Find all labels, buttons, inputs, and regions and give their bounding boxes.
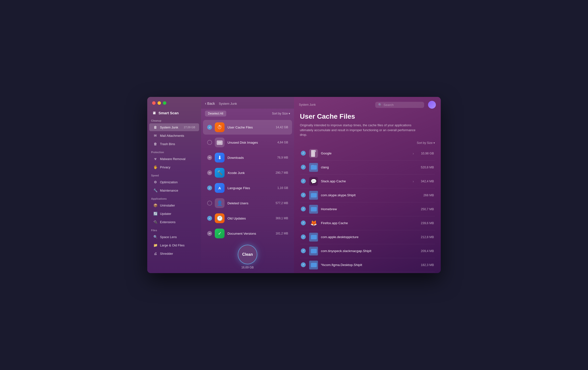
large-files-icon: 📁 [153,243,158,247]
cache-checkbox-homebrew[interactable]: ✓ [301,207,306,212]
xcode-icon: 🔨 [215,168,225,178]
sidebar-item-shredder[interactable]: 🖨 Shredder [149,250,199,257]
cache-checkbox-figma[interactable]: ✓ [301,262,306,268]
checkbox-document-versions[interactable]: − [207,231,212,236]
sidebar-section-applications: Applications [147,195,201,201]
sidebar-item-extensions[interactable]: 🔌 Extensions [149,218,199,226]
slack-cache-icon: 💬 [309,177,318,186]
checkbox-user-cache[interactable]: ✓ [207,125,212,130]
checkbox-unused-disk[interactable] [207,140,212,145]
clean-button[interactable]: Clean [238,245,257,264]
sidebar-item-uninstaller[interactable]: 📦 Uninstaller [149,201,199,209]
cache-checkbox-skype[interactable]: ✓ [301,193,306,198]
checkbox-old-updates[interactable]: ✓ [207,216,212,221]
list-item[interactable]: 👤 Deleted Users 577,2 MB [203,196,292,210]
detail-description: Originally intended to improve startup t… [300,123,422,137]
sidebar-item-optimization[interactable]: ⚙ Optimization [149,178,199,186]
middle-list: ✓ ⏱ User Cache Files 14,42 GB [201,118,294,242]
search-input[interactable] [384,103,421,107]
cache-item[interactable]: ✓ com.apple.desktoppicture 212,8 MB [300,230,435,244]
apple-desktop-cache-icon [309,233,318,242]
deselect-all-button[interactable]: Deselect All [205,111,226,116]
cache-checkbox-slack-mac[interactable]: ✓ [301,248,306,254]
list-item-info: Unused Disk Images [227,141,277,144]
cache-item-size: 342,4 MB [417,180,434,183]
cache-checkbox-clang[interactable]: ✓ [301,165,306,170]
trash-icon: 🗑 [153,142,158,146]
cache-item[interactable]: ✓ clang 520,8 MB [300,161,435,174]
cache-item-name: com.skype.skype.ShipIt [321,193,417,197]
user-cache-icon: ⏱ [215,122,225,132]
cache-item[interactable]: ✓ Google › 10,98 GB [300,147,435,161]
sidebar-item-maintenance[interactable]: 🔧 Maintenance [149,186,199,194]
list-item[interactable]: − ⬇ Downloads 76,9 MB [203,150,292,165]
back-button[interactable]: ‹ Back [205,101,215,106]
checkbox-downloads[interactable]: − [207,155,212,160]
traffic-lights [152,101,166,105]
list-item-size: 14,42 GB [276,126,288,129]
cache-checkbox-slack[interactable]: ✓ [301,179,306,184]
cache-item[interactable]: ✓ '%com.figma.Desktop.ShipIt 182,3 MB [300,258,435,272]
sidebar-item-malware-removal[interactable]: ☣ Malware Removal [149,155,199,163]
clean-button-wrap: Clean 16,69 GB [238,245,257,269]
cache-item[interactable]: ✓ Homebrew 250,7 MB [300,202,435,216]
cache-item-size: 10,98 GB [417,152,434,155]
cache-item[interactable]: ✓ 💬 Slack.app Cache › 342,4 MB [300,174,435,188]
sidebar-item-mail-attachments[interactable]: ✉ Mail Attachments [149,132,199,139]
maximize-button[interactable] [163,101,166,105]
right-header-title: System Junk [299,103,316,106]
cache-list: ✓ Google › 10,98 GB [300,147,435,272]
mail-icon: ✉ [153,133,158,138]
right-header-actions: 🔍 [375,101,436,109]
list-item[interactable]: Unused Disk Images 4,84 GB [203,135,292,150]
space-lens-icon: 🔍 [153,235,158,239]
right-sort-label[interactable]: Sort by Size ▾ [300,141,435,145]
check-filled-icon: ✓ [301,262,306,267]
language-icon: A [215,183,225,193]
sidebar-item-updater[interactable]: 🔄 Updater [149,210,199,218]
list-item[interactable]: − 🔨 Xcode Junk 290,7 MB [203,165,292,180]
skype-cache-icon [309,191,318,200]
check-minus-icon: − [207,155,212,160]
sidebar-app-name[interactable]: 🖥 Smart Scan [147,109,201,116]
check-filled-icon: ✓ [301,220,306,225]
list-item[interactable]: ✓ 🕐 Old Updates 369,1 MB [203,211,292,226]
list-item-size: 1,16 GB [277,186,288,190]
middle-header: ‹ Back System Junk [201,97,294,109]
check-minus-icon: − [207,170,212,175]
close-button[interactable] [152,101,156,105]
checkbox-language[interactable]: ✓ [207,185,212,191]
checkbox-deleted-users[interactable] [207,200,212,206]
cache-item-name: '%com.figma.Desktop.ShipIt [321,263,417,267]
list-item-info: Language Files [227,186,277,190]
cache-checkbox-firefox[interactable]: ✓ [301,220,306,226]
sidebar-item-privacy[interactable]: 🖐 Privacy [149,163,199,171]
sidebar-item-system-junk[interactable]: 🗑 System Junk 27,09 GB [149,123,199,131]
back-arrow-icon: ‹ [205,101,206,106]
sidebar-item-trash-bins[interactable]: 🗑 Trash Bins [149,140,199,148]
maintenance-icon: 🔧 [153,188,158,193]
check-empty-icon [207,140,212,145]
cache-item[interactable]: ✓ com.tinyspeck.slackmacgap.ShipIt 209,4… [300,244,435,258]
cache-checkbox-apple-desktop[interactable]: ✓ [301,234,306,240]
sidebar-item-large-old-files[interactable]: 📁 Large & Old Files [149,241,199,249]
sidebar-item-space-lens[interactable]: 🔍 Space Lens [149,233,199,241]
list-item[interactable]: ✓ A Language Files 1,16 GB [203,181,292,195]
cache-checkbox-google[interactable]: ✓ [301,151,306,156]
list-item[interactable]: − ✓ Document Versions 181,2 MB [203,226,292,241]
figma-cache-icon [309,261,318,269]
cache-item-name: com.apple.desktoppicture [321,235,417,239]
avatar [428,101,436,109]
list-item-size: 181,2 MB [276,232,288,235]
right-panel: System Junk 🔍 User Cache Files Originall… [294,97,441,273]
sort-by-size[interactable]: Sort by Size ▾ [272,112,290,115]
middle-section-title: System Junk [219,102,237,105]
list-item-name: Old Updates [227,217,276,220]
list-item[interactable]: ✓ ⏱ User Cache Files 14,42 GB [203,120,292,135]
list-item-size: 4,84 GB [277,141,288,144]
cache-item[interactable]: ✓ 🦊 Firefox.app Cache 239,6 MB [300,216,435,230]
cache-item[interactable]: ✓ com.skype.skype.ShipIt 268 MB [300,188,435,202]
minimize-button[interactable] [158,101,161,105]
checkbox-xcode[interactable]: − [207,170,212,175]
extensions-icon: 🔌 [153,220,158,224]
